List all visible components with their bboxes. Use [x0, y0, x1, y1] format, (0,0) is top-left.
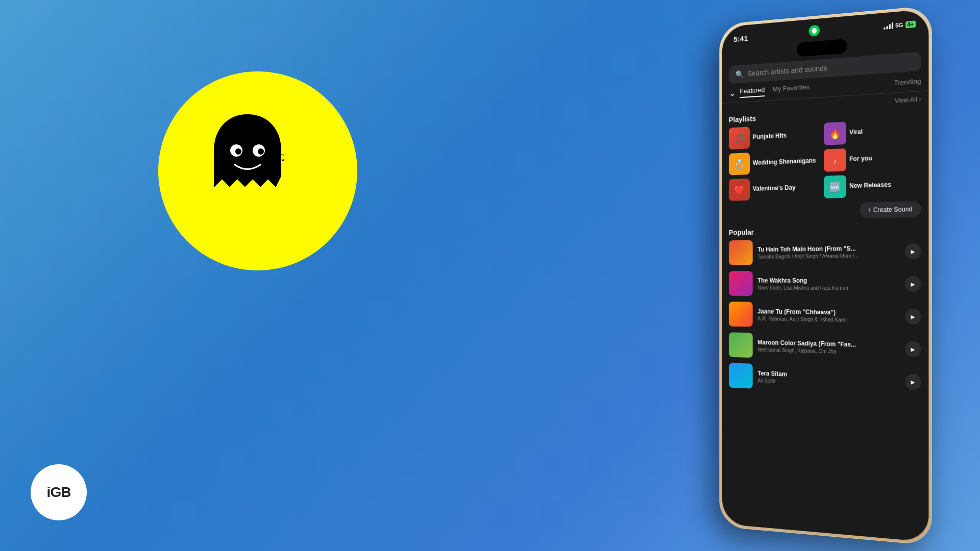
svg-text:🔥: 🔥 — [829, 128, 841, 140]
phone-device: 5:41 5G 4+ — [719, 6, 932, 546]
svg-text:🆕: 🆕 — [829, 181, 841, 193]
svg-text:♪: ♪ — [833, 157, 837, 165]
phone-outer-frame: 5:41 5G 4+ — [719, 6, 932, 546]
svg-text:❤️: ❤️ — [734, 184, 745, 195]
status-time: 5:41 — [733, 34, 748, 43]
list-item[interactable]: Maroon Color Sadiya (From "Fas... Neelka… — [729, 332, 921, 362]
song-thumb-4 — [729, 332, 753, 358]
playlist-name-newreleases: New Releases — [849, 181, 891, 190]
play-button-5[interactable]: ▶ — [905, 373, 921, 390]
list-item[interactable]: The Wakhra Song Navv Inder, Lisa Mishra … — [729, 271, 921, 297]
playlist-thumb-wedding: 💍 — [729, 153, 750, 175]
play-button-1[interactable]: ▶ — [905, 243, 921, 259]
playlist-name-punjabi: Punjabi Hits — [753, 132, 787, 142]
song-title-3: Jaane Tu (From "Chhaava") — [757, 308, 899, 317]
song-info-1: Tu Hain Toh Main Hoon (From "S... Tanish… — [757, 244, 899, 259]
list-item[interactable]: ♪ For you — [824, 145, 921, 172]
play-button-4[interactable]: ▶ — [905, 341, 921, 358]
list-item[interactable]: 🔥 Viral — [824, 118, 921, 145]
svg-point-3 — [258, 148, 264, 155]
song-thumb-3 — [729, 302, 753, 327]
list-item[interactable]: 🆕 New Releases — [824, 172, 921, 198]
song-artist-1: Tanishk Bagchi / Arijit Singh / Afsana K… — [757, 253, 899, 259]
playlist-name-wedding: Wedding Shenanigans — [753, 157, 816, 167]
song-thumb-2 — [729, 271, 753, 296]
playlist-name-foryou: For you — [849, 155, 872, 164]
igb-logo: iGB — [31, 464, 87, 520]
playlist-thumb-valentine: ❤️ — [729, 179, 750, 201]
song-info-3: Jaane Tu (From "Chhaava") A.R. Rahman, A… — [757, 308, 899, 323]
ghost-icon: ♪ ♫ ♩ — [191, 105, 324, 237]
search-placeholder-text: Search artists and sounds — [747, 64, 827, 78]
list-item[interactable]: 💍 Wedding Shenanigans — [729, 149, 820, 175]
popular-section: Popular Tu Hain Toh Main Hoon (From "S..… — [722, 226, 929, 396]
battery-indicator: 4+ — [905, 20, 916, 28]
song-info-5: Tera Sitam Ali Sethi — [757, 369, 899, 388]
status-indicators: 5G 4+ — [884, 20, 916, 30]
svg-text:♫: ♫ — [277, 151, 286, 163]
song-thumb-1 — [729, 240, 753, 265]
network-type: 5G — [895, 21, 903, 29]
svg-text:♪: ♪ — [272, 135, 279, 151]
playlist-thumb-foryou: ♪ — [824, 148, 846, 172]
list-item[interactable]: Tu Hain Toh Main Hoon (From "S... Tanish… — [729, 238, 921, 265]
svg-text:🎵: 🎵 — [734, 133, 745, 144]
tab-featured[interactable]: Featured — [740, 86, 765, 98]
svg-point-2 — [235, 148, 241, 155]
song-info-2: The Wakhra Song Navv Inder, Lisa Mishra … — [757, 277, 899, 291]
view-all-button[interactable]: View All › — [895, 95, 921, 104]
igb-logo-text: iGB — [47, 484, 71, 500]
tab-my-favorites[interactable]: My Favorites — [773, 83, 810, 95]
list-item[interactable]: Tera Sitam Ali Sethi ▶ — [729, 363, 921, 395]
playlists-grid: 🎵 Punjabi Hits 🔥 Viral — [729, 118, 921, 201]
phone-screen: 5:41 5G 4+ — [722, 9, 929, 542]
create-sound-button[interactable]: + Create Sound — [860, 201, 921, 218]
play-button-2[interactable]: ▶ — [905, 276, 921, 292]
song-info-4: Maroon Color Sadiya (From "Fas... Neelka… — [757, 339, 899, 356]
song-title-1: Tu Hain Toh Main Hoon (From "S... — [757, 244, 899, 253]
playlists-section: Playlists 🎵 Punjabi Hits 🔥 — [722, 105, 929, 224]
song-thumb-5 — [729, 363, 753, 388]
svg-text:💍: 💍 — [734, 158, 745, 170]
signal-bars — [884, 22, 893, 30]
back-button[interactable]: ⌄ — [729, 87, 736, 98]
snapchat-logo-circle: ♪ ♫ ♩ — [158, 71, 357, 270]
playlist-thumb-newreleases: 🆕 — [824, 175, 846, 198]
popular-label: Popular — [729, 226, 921, 237]
play-button-3[interactable]: ▶ — [905, 309, 921, 324]
playlist-name-viral: Viral — [849, 128, 863, 137]
song-title-2: The Wakhra Song — [757, 277, 899, 284]
playlist-thumb-punjabi: 🎵 — [729, 127, 750, 149]
playlist-name-valentine: Valentine's Day — [753, 184, 796, 193]
list-item[interactable]: 🎵 Punjabi Hits — [729, 123, 820, 149]
list-item[interactable]: Jaane Tu (From "Chhaava") A.R. Rahman, A… — [729, 302, 921, 330]
song-artist-3: A.R. Rahman, Arijit Singh & Irshad Kamil — [757, 316, 899, 323]
tab-trending[interactable]: Trending — [894, 77, 921, 87]
playlist-thumb-viral: 🔥 — [824, 121, 846, 145]
song-artist-2: Navv Inder, Lisa Mishra and Raja Kumari — [757, 285, 899, 291]
snapchat-status-icon — [808, 24, 820, 37]
list-item[interactable]: ❤️ Valentine's Day — [729, 176, 820, 201]
svg-text:♩: ♩ — [268, 155, 272, 165]
search-icon: 🔍 — [736, 70, 744, 79]
